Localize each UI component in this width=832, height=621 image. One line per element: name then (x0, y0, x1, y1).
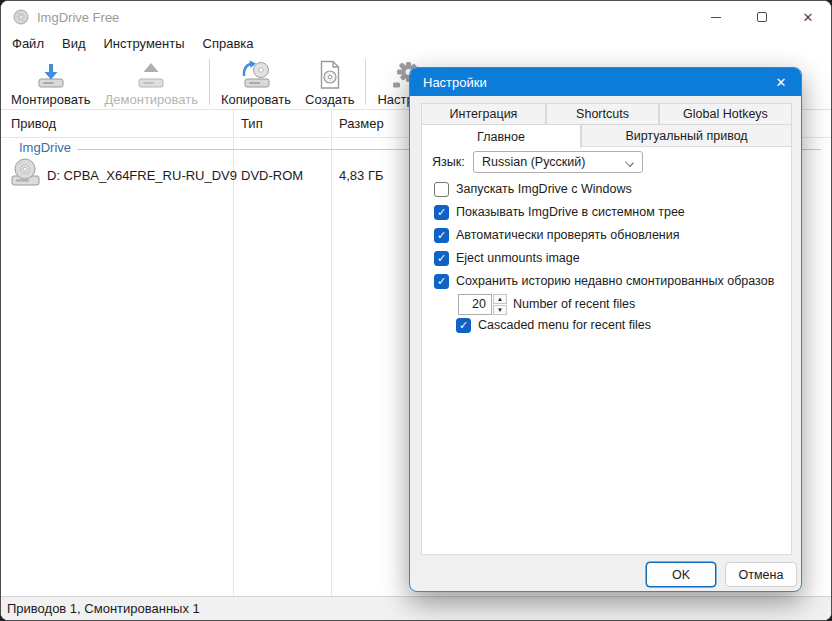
minimize-icon (711, 17, 721, 18)
toolbar-button-label: Копировать (221, 92, 291, 107)
maximize-button[interactable] (739, 1, 785, 33)
checkbox-box: ✓ (456, 318, 471, 333)
window-title: ImgDrive Free (37, 10, 119, 25)
menu-bar: Файл Вид Инструменты Справка (3, 33, 263, 54)
status-bar: Приводов 1, Смонтированных 1 (1, 596, 831, 620)
tab-general[interactable]: Главное (421, 124, 581, 148)
unmount-button[interactable]: Демонтировать (98, 56, 206, 108)
dialog-close-button[interactable]: ✕ (761, 68, 801, 96)
checkbox-box: ✓ (434, 228, 449, 243)
menu-file[interactable]: Файл (3, 34, 53, 53)
column-header-size[interactable]: Размер (339, 110, 384, 137)
checkbox-label: Запускать ImgDrive с Windows (456, 182, 632, 196)
mount-drive-icon (34, 59, 68, 91)
checkbox-label: Eject unmounts image (456, 251, 580, 265)
recent-files-count-input[interactable]: 20 (458, 294, 492, 315)
toolbar-button-label: Монтировать (11, 92, 91, 107)
column-header-type[interactable]: Тип (241, 110, 263, 137)
tab-integration[interactable]: Интеграция (421, 103, 546, 124)
minimize-button[interactable] (693, 1, 739, 33)
toolbar: Монтировать Демонтировать Копировать (1, 54, 448, 109)
spinner-up-button[interactable]: ▲ (493, 294, 507, 304)
checkbox-keep-history[interactable]: ✓ Сохранить историю недавно смонтированн… (434, 273, 774, 289)
checkbox-label: Автоматически проверять обновления (456, 228, 680, 242)
checkbox-eject-unmounts[interactable]: ✓ Eject unmounts image (434, 250, 580, 266)
menu-tools[interactable]: Инструменты (95, 34, 194, 53)
dialog-title-bar: Настройки ✕ (410, 68, 801, 96)
recent-files-count-row: 20 ▲ ▼ Number of recent files (458, 293, 635, 315)
toolbar-button-label: Демонтировать (105, 92, 199, 107)
unmount-drive-icon (134, 59, 168, 91)
checkbox-box: ✓ (434, 251, 449, 266)
maximize-icon (757, 12, 767, 22)
checkbox-box: ✓ (434, 274, 449, 289)
settings-dialog: Настройки ✕ Интеграция Shortcuts Global … (409, 67, 802, 592)
close-icon: ✕ (803, 11, 814, 24)
checkbox-label: Cascaded menu for recent files (478, 318, 651, 332)
copy-disc-icon (239, 59, 273, 91)
checkbox-label: Сохранить историю недавно смонтированных… (456, 274, 774, 288)
language-selected-value: Russian (Русский) (482, 155, 585, 169)
create-image-icon (313, 59, 347, 91)
menu-help[interactable]: Справка (194, 34, 263, 53)
tab-virtual-drive[interactable]: Виртуальный привод (581, 124, 792, 147)
ok-button[interactable]: OK (646, 562, 716, 587)
close-icon: ✕ (776, 75, 787, 90)
mount-button[interactable]: Монтировать (4, 56, 98, 108)
drive-name-cell: D: CPBA_X64FRE_RU-RU_DV9 (47, 168, 237, 183)
chevron-down-icon (625, 158, 634, 167)
dialog-title: Настройки (423, 75, 487, 90)
general-tab-panel: Язык: Russian (Русский) ✓ Запускать ImgD… (421, 146, 792, 555)
checkbox-start-with-windows[interactable]: ✓ Запускать ImgDrive с Windows (434, 181, 632, 197)
settings-tabs: Интеграция Shortcuts Global Hotkeys Глав… (421, 103, 792, 148)
checkbox-box: ✓ (434, 182, 449, 197)
copy-button[interactable]: Копировать (214, 56, 298, 108)
drive-type-cell: DVD-ROM (241, 168, 303, 183)
app-cd-icon (13, 9, 29, 25)
language-label: Язык: (432, 155, 473, 169)
tab-global-hotkeys[interactable]: Global Hotkeys (659, 103, 792, 124)
menu-view[interactable]: Вид (53, 34, 95, 53)
checkbox-label: Показывать ImgDrive в системном трее (456, 205, 685, 219)
window-controls: ✕ (693, 1, 831, 33)
status-text: Приводов 1, Смонтированных 1 (7, 601, 200, 616)
create-button[interactable]: Создать (298, 56, 361, 108)
toolbar-separator (209, 59, 210, 105)
cancel-button[interactable]: Отмена (725, 562, 797, 587)
recent-files-count-label: Number of recent files (513, 297, 635, 311)
column-header-drive[interactable]: Привод (11, 110, 56, 137)
drive-size-cell: 4,83 ГБ (339, 168, 383, 183)
toolbar-separator (365, 59, 366, 105)
title-bar: ImgDrive Free ✕ (1, 1, 831, 33)
drive-group-label: ImgDrive (19, 140, 77, 155)
checkbox-box: ✓ (434, 205, 449, 220)
language-select[interactable]: Russian (Русский) (473, 151, 643, 173)
checkbox-show-in-tray[interactable]: ✓ Показывать ImgDrive в системном трее (434, 204, 685, 220)
close-button[interactable]: ✕ (785, 1, 831, 33)
checkbox-auto-update-check[interactable]: ✓ Автоматически проверять обновления (434, 227, 680, 243)
toolbar-button-label: Создать (305, 92, 354, 107)
mounted-disc-drive-icon (9, 158, 43, 188)
checkbox-cascaded-menu[interactable]: ✓ Cascaded menu for recent files (456, 317, 651, 333)
tab-shortcuts[interactable]: Shortcuts (546, 103, 659, 124)
main-window: ImgDrive Free ✕ Файл Вид Инструменты Спр… (0, 0, 832, 621)
spinner-down-button[interactable]: ▼ (493, 305, 507, 315)
